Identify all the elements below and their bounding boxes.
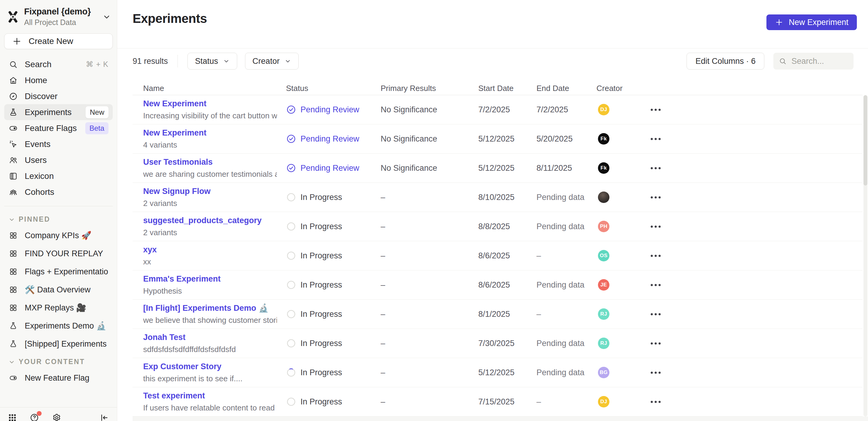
apps-grid-button[interactable] <box>8 413 17 421</box>
search-input[interactable] <box>791 56 848 66</box>
column-header-name[interactable]: Name <box>143 84 286 93</box>
end-date-cell: Pending data <box>536 280 596 290</box>
table-row[interactable]: New Signup Flow 2 variants In Progress –… <box>133 183 863 212</box>
help-button[interactable] <box>30 413 39 421</box>
fixpanel-logo-icon <box>7 11 19 23</box>
settings-gear-button[interactable] <box>52 413 61 421</box>
row-actions-button[interactable] <box>649 223 662 231</box>
row-actions-button[interactable] <box>649 106 662 114</box>
experiment-description: we believe that showing customer stories… <box>143 316 277 325</box>
pinned-item-company-kpis[interactable]: Company KPIs 🚀 <box>4 226 113 245</box>
sidebar-item-events[interactable]: Events <box>4 136 113 152</box>
experiment-name-link[interactable]: Jonah Test <box>143 333 277 342</box>
creator-avatar[interactable]: DJ <box>598 104 610 115</box>
sidebar-item-cohorts[interactable]: Cohorts <box>4 184 113 200</box>
column-header-start-date[interactable]: Start Date <box>478 84 536 93</box>
table-row[interactable]: suggested_products_category 2 variants I… <box>133 212 863 241</box>
experiment-name-link[interactable]: New Experiment <box>143 128 277 138</box>
pinned-item-flags-experimentation-demo[interactable]: Flags + Experimentation Demo 🚩 <box>4 263 113 281</box>
collapse-sidebar-button[interactable] <box>99 413 109 421</box>
start-date-cell: 5/12/2025 <box>478 164 536 173</box>
table-row[interactable]: User Testimonials we are sharing custome… <box>133 154 863 183</box>
table-row[interactable]: Test experiment If users have relatable … <box>133 387 863 417</box>
experiment-name-link[interactable]: [In Flight] Experiments Demo 🔬 <box>143 303 277 313</box>
creator-avatar[interactable]: RJ <box>598 337 610 349</box>
creator-avatar[interactable]: Fk <box>598 133 610 144</box>
your-content-item-new-feature-flag[interactable]: New Feature Flag <box>4 369 113 387</box>
row-actions-button[interactable] <box>649 398 662 406</box>
table-row[interactable]: New Experiment Increasing visibility of … <box>133 95 863 124</box>
toolbar-divider <box>178 55 178 67</box>
pinned-item-mxp-replays[interactable]: MXP Replays 🎥 <box>4 299 113 317</box>
chevron-down-icon <box>8 216 15 223</box>
horizontal-scrollbar-track[interactable] <box>133 417 868 421</box>
board-icon <box>8 231 18 240</box>
column-header-end-date[interactable]: End Date <box>536 84 596 93</box>
pinned-item-shipped-experiments-demo[interactable]: [Shipped] Experiments Demo 🖊️ <box>4 335 113 353</box>
experiment-name-link[interactable]: User Testimonials <box>143 158 277 167</box>
experiment-name-link[interactable]: Emma's Experiment <box>143 274 277 284</box>
experiment-name-link[interactable]: suggested_products_category <box>143 216 277 225</box>
experiment-name-link[interactable]: Exp Customer Story <box>143 362 277 371</box>
chevron-down-icon <box>223 58 230 64</box>
scrollbar-thumb[interactable] <box>864 95 867 186</box>
search-box[interactable] <box>773 53 854 70</box>
primary-results-cell: – <box>381 339 478 348</box>
status-cell: Pending Review <box>286 104 381 115</box>
pinned-item-find-your-replay[interactable]: FIND YOUR REPLAY <box>4 245 113 263</box>
vertical-scrollbar[interactable] <box>864 95 867 417</box>
creator-filter-button[interactable]: Creator <box>245 53 299 70</box>
table-row[interactable]: New Experiment 4 variants Pending Review… <box>133 124 863 154</box>
pinned-item-experiments-demo[interactable]: Experiments Demo 🔬 <box>4 317 113 335</box>
row-actions-button[interactable] <box>649 339 662 348</box>
sidebar-item-discover[interactable]: Discover <box>4 88 113 104</box>
creator-avatar[interactable]: PH <box>598 221 610 232</box>
column-header-creator[interactable]: Creator <box>596 84 651 93</box>
pinned-item-data-overview[interactable]: 🛠️ Data Overview <box>4 281 113 299</box>
board-icon <box>8 303 18 312</box>
pinned-section-header[interactable]: PINNED <box>0 210 117 226</box>
experiment-name-link[interactable]: New Signup Flow <box>143 187 277 196</box>
workspace-switcher[interactable]: Fixpanel {demo} All Project Data <box>0 0 117 30</box>
status-filter-button[interactable]: Status <box>187 53 237 70</box>
row-actions-button[interactable] <box>649 281 662 289</box>
experiment-description: Increasing visibility of the cart button… <box>143 111 277 121</box>
table-row[interactable]: Emma's Experiment Hypothesis In Progress… <box>133 270 863 300</box>
sidebar-item-lexicon[interactable]: Lexicon <box>4 168 113 184</box>
row-actions-button[interactable] <box>649 252 662 260</box>
sidebar-item-search[interactable]: Search ⌘ + K <box>4 56 113 72</box>
sidebar-item-users[interactable]: Users <box>4 152 113 168</box>
table-header: Name Status Primary Results Start Date E… <box>133 82 863 95</box>
edit-columns-button[interactable]: Edit Columns · 6 <box>687 53 764 70</box>
status-empty-circle-icon <box>286 192 296 202</box>
table-row[interactable]: Jonah Test sdfdsfdsfsdfdffdfdsfsdfdsfd I… <box>133 329 863 358</box>
creator-avatar[interactable]: OS <box>598 250 610 261</box>
experiment-name-link[interactable]: New Experiment <box>143 99 277 108</box>
creator-avatar[interactable]: JE <box>598 279 610 291</box>
creator-avatar[interactable]: BG <box>598 367 610 378</box>
table-row[interactable]: xyx xx In Progress – 8/6/2025 – OS <box>133 241 863 270</box>
table-row[interactable]: [In Flight] Experiments Demo 🔬 we believ… <box>133 300 863 329</box>
column-header-primary-results[interactable]: Primary Results <box>381 84 478 93</box>
sidebar-footer <box>0 407 117 421</box>
start-date-cell: 5/12/2025 <box>478 368 536 377</box>
creator-avatar[interactable]: Fk <box>598 162 610 174</box>
experiment-name-link[interactable]: xyx <box>143 245 277 255</box>
row-actions-button[interactable] <box>649 310 662 318</box>
creator-avatar[interactable]: DJ <box>598 396 610 408</box>
column-header-status[interactable]: Status <box>286 84 381 93</box>
row-actions-button[interactable] <box>649 135 662 143</box>
sidebar-item-feature-flags[interactable]: Feature Flags Beta <box>4 120 113 136</box>
sidebar-item-home[interactable]: Home <box>4 72 113 88</box>
sidebar-item-experiments[interactable]: Experiments New <box>4 104 113 120</box>
table-row[interactable]: Exp Customer Story this experiment is to… <box>133 358 863 387</box>
row-actions-button[interactable] <box>649 193 662 201</box>
creator-avatar[interactable] <box>598 192 610 203</box>
creator-avatar[interactable]: RJ <box>598 309 610 320</box>
new-experiment-button[interactable]: New Experiment <box>767 14 857 30</box>
create-new-button[interactable]: Create New <box>4 33 113 49</box>
row-actions-button[interactable] <box>649 164 662 172</box>
your-content-section-header[interactable]: YOUR CONTENT <box>0 353 117 369</box>
experiment-name-link[interactable]: Test experiment <box>143 391 277 400</box>
row-actions-button[interactable] <box>649 368 662 377</box>
